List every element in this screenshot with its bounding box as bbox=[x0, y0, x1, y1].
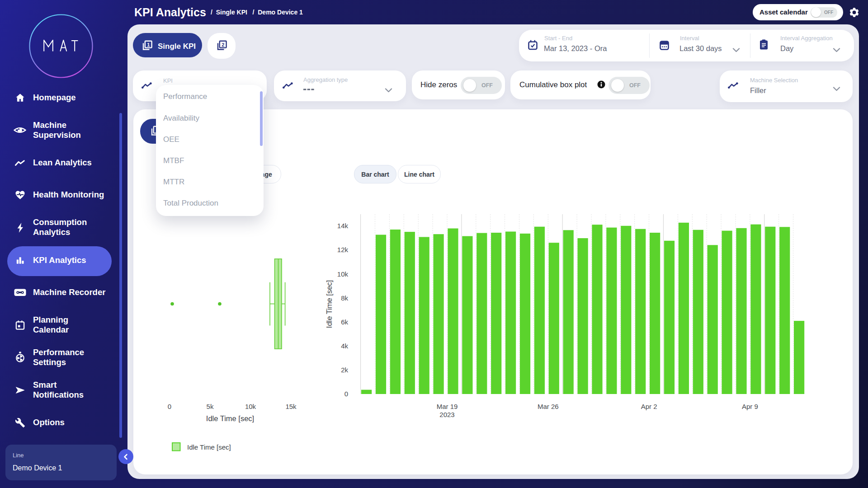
svg-text:0: 0 bbox=[168, 403, 171, 410]
svg-text:Apr 2: Apr 2 bbox=[641, 403, 657, 410]
svg-text:10k: 10k bbox=[245, 403, 256, 410]
svg-text:14k: 14k bbox=[337, 222, 349, 230]
svg-text:0: 0 bbox=[344, 390, 348, 398]
svg-text:Mar 19: Mar 19 bbox=[437, 403, 458, 410]
svg-text:Idle Time [sec]: Idle Time [sec] bbox=[187, 443, 231, 451]
svg-text:15k: 15k bbox=[285, 403, 297, 410]
svg-text:12k: 12k bbox=[337, 246, 349, 253]
svg-text:2k: 2k bbox=[341, 366, 348, 374]
svg-text:2023: 2023 bbox=[439, 411, 454, 418]
svg-text:1: 1 bbox=[147, 42, 150, 47]
svg-text:6k: 6k bbox=[341, 318, 348, 326]
svg-text:Apr 9: Apr 9 bbox=[742, 403, 758, 410]
svg-text:Idle Time [sec]: Idle Time [sec] bbox=[325, 280, 333, 328]
svg-text:4k: 4k bbox=[341, 342, 348, 350]
svg-text:Idle Time [sec]: Idle Time [sec] bbox=[206, 414, 254, 422]
svg-text:Mar 26: Mar 26 bbox=[538, 403, 559, 410]
svg-text:5k: 5k bbox=[207, 403, 214, 410]
svg-text:8k: 8k bbox=[341, 294, 348, 302]
svg-text:10k: 10k bbox=[337, 270, 349, 278]
svg-text:2: 2 bbox=[222, 42, 224, 47]
